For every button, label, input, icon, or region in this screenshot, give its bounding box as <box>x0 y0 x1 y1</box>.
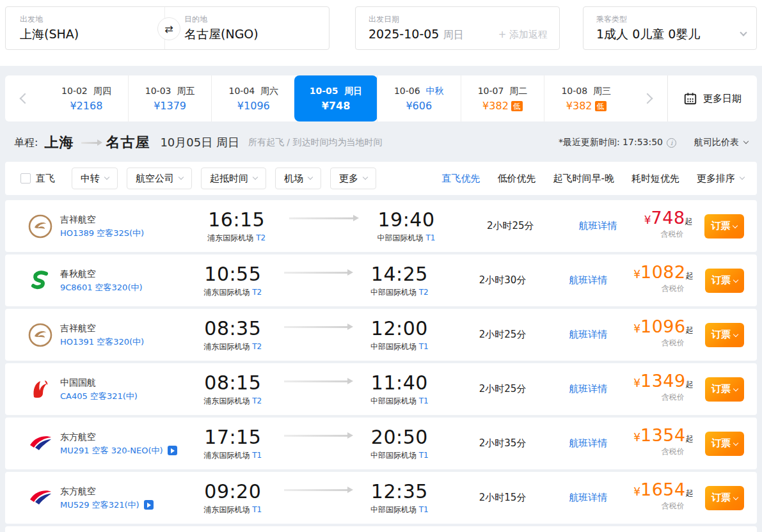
flight-number[interactable]: HO1389 空客32S(中) <box>60 227 144 240</box>
tab-day: 周六 <box>260 86 278 96</box>
flight-details-link[interactable]: 航班详情 <box>552 220 644 232</box>
arrival-terminal: T1 <box>419 396 429 405</box>
trip-type: 单程: <box>14 136 38 150</box>
add-return-button[interactable]: + 添加返程 <box>498 29 548 41</box>
chevron-left-icon <box>20 93 31 104</box>
flight-number[interactable]: 9C8601 空客320(中) <box>60 281 143 294</box>
results-area: 10-02 周四 ¥2168 10-03 周五 ¥1379 10-04 周六 ¥… <box>0 66 762 532</box>
departure-terminal: T2 <box>252 342 262 351</box>
flight-arrow-icon <box>284 272 348 274</box>
tab-date: 10-02 <box>61 86 88 96</box>
flight-duration: 2小时35分 <box>451 437 543 450</box>
date-tab-10-05-selected[interactable]: 10-05 周日 ¥748 <box>294 75 377 121</box>
airline-compare-button[interactable]: 航司比价表 <box>694 137 748 148</box>
date-strip: 10-02 周四 ¥2168 10-03 周五 ¥1379 10-04 周六 ¥… <box>5 75 757 121</box>
date-tab-10-07[interactable]: 10-07 周二 ¥382低 <box>461 75 544 121</box>
date-value[interactable]: 2025-10-05周日 <box>369 24 463 45</box>
flight-details-link[interactable]: 航班详情 <box>543 492 633 504</box>
chevron-down-icon <box>363 175 368 180</box>
tab-price: ¥1379 <box>154 99 186 113</box>
tax-included-note: 含税价 <box>633 337 685 348</box>
tab-price: ¥1096 <box>237 99 270 113</box>
chevron-down-icon <box>733 277 738 282</box>
flight-number[interactable]: MU529 空客321(中) <box>60 499 139 512</box>
arrival-time: 20:50 <box>348 426 451 448</box>
flight-details-link[interactable]: 航班详情 <box>543 274 633 286</box>
departure-time: 08:15 <box>181 372 284 394</box>
flight-number[interactable]: MU291 空客 320-NEO(中) <box>60 444 163 457</box>
info-icon[interactable]: i <box>667 138 676 148</box>
filter-transfer[interactable]: 中转 <box>72 168 118 189</box>
passenger-label: 乘客类型 <box>596 14 746 24</box>
date-box[interactable]: 出发日期 2025-10-05周日 + 添加返程 <box>355 6 560 50</box>
passenger-box[interactable]: 乘客类型 1成人 0儿童 0婴儿 <box>583 6 757 50</box>
sort-departure-time[interactable]: 起飞时间早-晚 <box>553 173 614 185</box>
departure-airport: 浦东国际机场 <box>203 396 250 405</box>
flight-row: 东方航空 MU529 空客321(中) 09:20 浦东国际机场 T1 12:3… <box>5 472 757 524</box>
price: ¥1096起 <box>633 321 694 336</box>
tab-holiday-label: 中秋 <box>426 86 444 96</box>
swap-cities-button[interactable]: ⇄ <box>157 17 180 40</box>
flight-details-link[interactable]: 航班详情 <box>543 329 633 341</box>
sort-lowest-price[interactable]: 低价优先 <box>498 173 536 185</box>
video-play-icon[interactable] <box>168 446 177 455</box>
date-tab-10-03[interactable]: 10-03 周五 ¥1379 <box>128 75 212 121</box>
search-bar: 出发地 上海(SHA) ⇄ 目的地 名古屋(NGO) 出发日期 2025-10-… <box>0 0 762 66</box>
departure-time: 10:55 <box>181 263 284 285</box>
filter-airline[interactable]: 航空公司 <box>127 168 192 189</box>
passenger-value[interactable]: 1成人 0儿童 0婴儿 <box>596 24 700 43</box>
chevron-down-icon <box>733 331 738 336</box>
date-tab-10-04[interactable]: 10-04 周六 ¥1096 <box>211 75 295 121</box>
video-play-icon[interactable] <box>144 500 154 510</box>
flight-details-link[interactable]: 航班详情 <box>543 383 633 395</box>
airline-name: 东方航空 <box>60 430 177 443</box>
china-eastern-logo <box>27 485 54 512</box>
low-price-badge: 低 <box>511 101 523 111</box>
book-button[interactable]: 订票 <box>705 486 744 510</box>
flight-arrow-icon <box>284 380 348 382</box>
flight-number[interactable]: HO1391 空客320(中) <box>60 336 144 348</box>
destination-value[interactable]: 名古屋(NGO) <box>184 24 329 43</box>
departure-airport: 浦东国际机场 <box>203 505 250 514</box>
departure-terminal: T2 <box>252 396 262 405</box>
flight-details-link[interactable]: 航班详情 <box>543 437 633 450</box>
date-tab-10-02[interactable]: 10-02 周四 ¥2168 <box>45 75 128 121</box>
swap-icon: ⇄ <box>164 23 173 35</box>
arrival-time: 12:00 <box>348 318 451 340</box>
book-button[interactable]: 订票 <box>705 377 744 402</box>
price: ¥1654起 <box>633 484 694 499</box>
date-tab-10-08[interactable]: 10-08 周三 ¥382低 <box>544 75 628 121</box>
more-dates-button[interactable]: 更多日期 <box>667 75 757 121</box>
flight-duration: 2小时25分 <box>451 329 543 341</box>
destination-field[interactable]: 目的地 名古屋(NGO) <box>165 7 329 49</box>
arrival-airport: 中部国际机场 <box>377 233 424 242</box>
sort-more[interactable]: 更多排序 <box>697 173 744 185</box>
departure-field[interactable]: 出发地 上海(SHA) <box>6 7 164 49</box>
filter-more[interactable]: 更多 <box>330 168 376 189</box>
dates-next-button[interactable] <box>628 75 667 121</box>
direct-flight-checkbox[interactable] <box>20 173 31 184</box>
chevron-down-icon <box>733 440 738 445</box>
book-button[interactable]: 订票 <box>705 432 744 456</box>
book-button[interactable]: 订票 <box>705 269 744 293</box>
date-tab-10-06[interactable]: 10-06 中秋 ¥606 <box>377 75 461 121</box>
tab-day: 周二 <box>509 86 527 96</box>
book-button[interactable]: 订票 <box>705 323 744 347</box>
airline-name: 春秋航空 <box>60 267 143 280</box>
book-button[interactable]: 订票 <box>704 214 744 239</box>
sort-direct-first[interactable]: 直飞优先 <box>442 173 480 185</box>
tab-date: 10-03 <box>145 86 171 96</box>
sort-shortest-duration[interactable]: 耗时短优先 <box>631 173 679 185</box>
flight-duration: 2小时25分 <box>451 383 543 395</box>
price: ¥1082起 <box>633 267 694 281</box>
filter-time[interactable]: 起抵时间 <box>201 168 266 189</box>
flight-number[interactable]: CA405 空客321(中) <box>60 390 138 403</box>
low-price-badge: 低 <box>595 101 607 111</box>
local-time-note: 所有起飞 / 到达时间均为当地时间 <box>248 137 383 148</box>
departure-value[interactable]: 上海(SHA) <box>20 24 164 43</box>
destination-label: 目的地 <box>184 14 329 24</box>
dates-prev-button[interactable] <box>5 75 45 121</box>
filter-airport[interactable]: 机场 <box>275 168 321 189</box>
arrival-time: 19:40 <box>354 209 459 231</box>
route-arrow-icon <box>81 142 98 144</box>
